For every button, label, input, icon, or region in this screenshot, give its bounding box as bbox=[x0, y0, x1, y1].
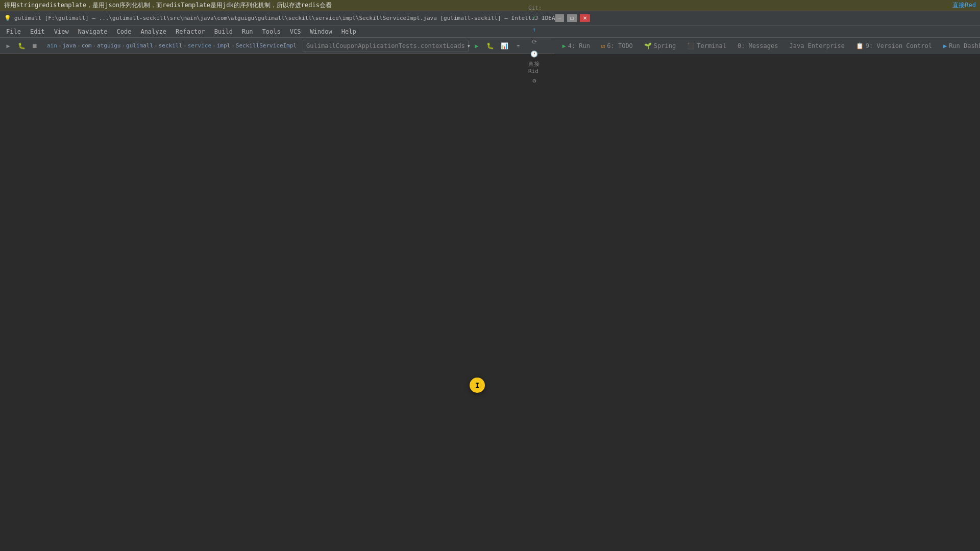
bc-seckill: seckill bbox=[159, 42, 182, 49]
bc-impl: impl bbox=[217, 42, 231, 49]
debug-btn[interactable]: 🐛 bbox=[484, 40, 496, 52]
tab-run-dashboard[interactable]: ▶ Run Dashboard bbox=[938, 39, 980, 53]
bc-com: com bbox=[82, 42, 92, 49]
bc-gulimall: gulimall bbox=[126, 42, 153, 49]
vc-label: 9: Version Control bbox=[866, 42, 932, 49]
bc-seckillserviceimpl: SeckillServiceImpl bbox=[236, 42, 297, 49]
menu-item-build[interactable]: Build bbox=[210, 27, 237, 36]
messages-label: 0: Messages bbox=[738, 42, 778, 49]
bc-ain: ain bbox=[47, 42, 57, 49]
spring-icon: 🌱 bbox=[644, 42, 652, 49]
tab-version-control[interactable]: 📋 9: Version Control bbox=[851, 39, 937, 53]
menu-item-navigate[interactable]: Navigate bbox=[74, 27, 112, 36]
bottom-toolbar: ▶ 4: Run ☑ 6: TODO 🌱 Spring ⬛ Terminal 0… bbox=[555, 38, 980, 54]
tab-todo[interactable]: ☑ 6: TODO bbox=[596, 39, 638, 53]
tab-run[interactable]: ▶ 4: Run bbox=[557, 39, 595, 53]
tab-messages[interactable]: 0: Messages bbox=[732, 39, 783, 53]
run-btn[interactable]: ▶ bbox=[471, 40, 482, 52]
git-extra: 直接Rid bbox=[528, 60, 549, 74]
file-breadcrumb: ain › java › com › atguigu › gulimall › … bbox=[43, 40, 301, 52]
run-config-dropdown[interactable]: GulimallCouponApplicationTests.contextLo… bbox=[303, 40, 469, 52]
dropdown-arrow: ▾ bbox=[467, 42, 471, 49]
toolbar-debug-btn[interactable]: 🐛 bbox=[15, 40, 28, 52]
vc-icon: 📋 bbox=[856, 42, 864, 49]
dashboard-icon: ▶ bbox=[943, 42, 947, 49]
cursor-indicator: I bbox=[470, 378, 485, 393]
close-button[interactable]: ✕ bbox=[580, 14, 590, 22]
menu-item-code[interactable]: Code bbox=[113, 27, 136, 36]
menu-item-refactor[interactable]: Refactor bbox=[172, 27, 209, 36]
toolbar-stop-btn[interactable]: ⏹ bbox=[29, 40, 41, 52]
menu-item-edit[interactable]: Edit bbox=[26, 27, 49, 36]
todo-label: 6: TODO bbox=[607, 42, 633, 49]
cursor-letter: I bbox=[475, 381, 479, 389]
maximize-button[interactable]: □ bbox=[567, 14, 576, 22]
settings-btn[interactable]: ⚙ bbox=[528, 74, 541, 87]
java-enterprise-label: Java Enterprise bbox=[789, 42, 844, 49]
git-label: Git: ✓ ↑ ⟳ 🕐 直接Rid ⚙ bbox=[526, 5, 551, 87]
git-history[interactable]: 🕐 bbox=[528, 48, 541, 60]
toolbar-run-btn[interactable]: ▶ bbox=[2, 40, 14, 52]
dashboard-label: Run Dashboard bbox=[949, 42, 980, 49]
tab-java-enterprise[interactable]: Java Enterprise bbox=[784, 39, 849, 53]
run-config-text: GulimallCouponApplicationTests.contextLo… bbox=[306, 42, 465, 49]
git-update[interactable]: ⟳ bbox=[528, 36, 541, 48]
todo-icon: ☑ bbox=[601, 42, 605, 49]
terminal-icon: ⬛ bbox=[687, 42, 695, 49]
terminal-label: Terminal bbox=[697, 42, 726, 49]
tab-spring[interactable]: 🌱 Spring bbox=[639, 39, 681, 53]
spring-label: Spring bbox=[654, 42, 676, 49]
direct-link[interactable]: 直接Red bbox=[952, 1, 976, 10]
coverage-btn[interactable]: ☂ bbox=[512, 40, 524, 52]
main-toolbar: ▶ 🐛 ⏹ ain › java › com › atguigu › gulim… bbox=[0, 38, 980, 54]
run-label: 4: Run bbox=[568, 42, 590, 49]
git-commit[interactable]: ✓ bbox=[528, 11, 541, 23]
bc-java: java bbox=[63, 42, 77, 49]
notification-text: 得用stringredistemplate，是用json序列化机制，而redis… bbox=[4, 1, 332, 10]
menu-item-run[interactable]: Run bbox=[238, 27, 257, 36]
app-icon: 💡 bbox=[4, 15, 11, 21]
menu-item-view[interactable]: View bbox=[50, 27, 73, 36]
bc-atguigu: atguigu bbox=[97, 42, 120, 49]
bc-service: service bbox=[188, 42, 211, 49]
menu-item-tools[interactable]: Tools bbox=[258, 27, 285, 36]
menu-item-analyze[interactable]: Analyze bbox=[136, 27, 170, 36]
minimize-button[interactable]: − bbox=[555, 14, 565, 22]
menu-item-file[interactable]: File bbox=[2, 27, 25, 36]
tab-terminal[interactable]: ⬛ Terminal bbox=[682, 39, 731, 53]
menu-item-vcs[interactable]: VCS bbox=[286, 27, 305, 36]
profile-btn[interactable]: 📊 bbox=[499, 40, 510, 52]
run-icon: ▶ bbox=[562, 42, 566, 49]
git-push[interactable]: ↑ bbox=[528, 23, 541, 36]
window-controls: − □ ✕ bbox=[555, 14, 590, 22]
